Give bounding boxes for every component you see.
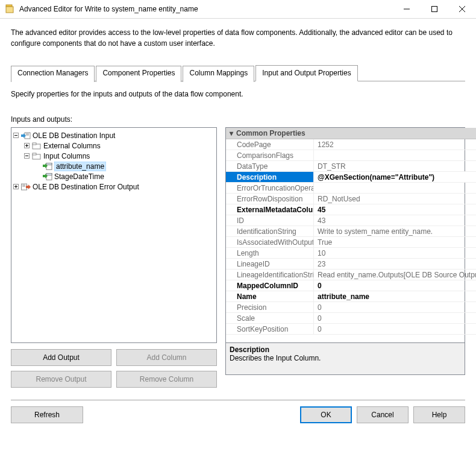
tab-connection-managers[interactable]: Connection Managers <box>11 66 95 82</box>
property-row[interactable]: MappedColumnID0 <box>226 280 476 291</box>
property-row[interactable]: ErrorRowDispositionRD_NotUsed <box>226 194 476 204</box>
expand-icon[interactable] <box>23 142 30 149</box>
column-icon <box>43 172 52 181</box>
tree-label: OLE DB Destination Input <box>33 131 115 140</box>
property-name: LineageIdentificationString <box>226 270 314 280</box>
property-value[interactable]: RD_NotUsed <box>314 194 476 204</box>
property-value[interactable]: 0 <box>314 302 476 312</box>
property-name: IsAssociatedWithOutputColumn <box>226 237 314 247</box>
property-name: Description <box>226 172 314 182</box>
property-value[interactable]: 1252 <box>314 139 476 150</box>
close-button[interactable] <box>448 0 476 18</box>
property-value[interactable]: 0 <box>314 313 476 323</box>
property-value[interactable]: True <box>314 237 476 247</box>
property-name: Name <box>226 291 314 301</box>
io-label: Inputs and outputs: <box>11 115 465 124</box>
property-row[interactable]: Length10 <box>226 248 476 259</box>
property-row[interactable]: SortKeyPosition0 <box>226 324 476 335</box>
property-name: SortKeyPosition <box>226 324 314 334</box>
tab-column-mappings[interactable]: Column Mappings <box>183 66 254 82</box>
property-value[interactable]: attribute_name <box>314 291 476 301</box>
tree-node-attribute-name[interactable]: attribute_name <box>34 161 215 171</box>
svg-rect-1 <box>6 7 13 13</box>
svg-rect-25 <box>46 173 52 175</box>
tree-node-stagedatetime[interactable]: StageDateTime <box>34 171 215 181</box>
property-value[interactable]: @XGenSection(name="Attribute") <box>314 172 476 182</box>
property-value[interactable]: DT_STR <box>314 161 476 171</box>
svg-rect-20 <box>33 153 36 155</box>
property-name: DataType <box>226 161 314 171</box>
property-value[interactable] <box>314 150 476 160</box>
property-value[interactable]: 0 <box>314 280 476 291</box>
collapse-icon[interactable]: ▾ <box>226 129 236 137</box>
property-value[interactable]: 45 <box>314 204 476 215</box>
property-row[interactable]: ComparisonFlags <box>226 150 476 161</box>
property-row[interactable]: Description@XGenSection(name="Attribute"… <box>226 172 476 183</box>
remove-column-button: Remove Column <box>116 371 217 388</box>
property-name: CodePage <box>226 139 314 150</box>
category-label: Common Properties <box>236 129 305 137</box>
remove-output-button: Remove Output <box>11 371 111 388</box>
svg-rect-22 <box>46 163 52 165</box>
property-row[interactable]: ErrorOrTruncationOperation <box>226 183 476 194</box>
property-name: IdentificationString <box>226 226 314 236</box>
io-tree[interactable]: OLE DB Destination Input External Column… <box>11 127 217 343</box>
property-row[interactable]: Precision0 <box>226 302 476 313</box>
tree-label: Input Columns <box>43 152 90 160</box>
add-column-button: Add Column <box>116 349 217 366</box>
property-grid[interactable]: ▾Common PropertiesCodePage1252Comparison… <box>225 127 465 343</box>
collapse-icon[interactable] <box>13 132 19 139</box>
property-name: ErrorOrTruncationOperation <box>226 183 314 193</box>
property-row[interactable]: CodePage1252 <box>226 139 476 150</box>
property-name: ID <box>226 215 314 226</box>
tree-node-external-columns[interactable]: External Columns <box>23 140 215 151</box>
ok-button[interactable]: OK <box>300 406 352 423</box>
property-row[interactable]: LineageIdentificationStringRead entity_n… <box>226 270 476 280</box>
property-row[interactable]: ID43 <box>226 215 476 226</box>
minimize-button[interactable] <box>393 0 421 18</box>
separator <box>11 400 465 400</box>
tree-label: External Columns <box>43 142 101 150</box>
property-row[interactable]: ExternalMetadataColumnID45 <box>226 204 476 215</box>
svg-rect-16 <box>33 143 36 145</box>
property-description-box: Description Describes the Input Column. <box>225 343 465 375</box>
property-value[interactable]: 23 <box>314 259 476 269</box>
expand-icon[interactable] <box>13 183 19 190</box>
help-button[interactable]: Help <box>413 406 465 423</box>
tree-node-input-columns[interactable]: Input Columns <box>23 151 215 161</box>
svg-rect-3 <box>432 7 437 12</box>
app-icon <box>5 4 14 14</box>
editor-description: The advanced editor provides access to t… <box>0 19 476 49</box>
property-row[interactable]: LineageID23 <box>226 259 476 270</box>
window-title: Advanced Editor for Write to system_name… <box>19 5 393 13</box>
property-name: MappedColumnID <box>226 280 314 291</box>
property-name: ErrorRowDisposition <box>226 194 314 204</box>
property-name: Length <box>226 248 314 258</box>
property-value[interactable]: 43 <box>314 215 476 226</box>
tree-label: OLE DB Destination Error Output <box>33 183 139 191</box>
tree-node-destination-input[interactable]: OLE DB Destination Input <box>13 130 215 140</box>
titlebar: Advanced Editor for Write to system_name… <box>0 0 476 19</box>
property-value[interactable]: 0 <box>314 324 476 334</box>
tree-label: StageDateTime <box>54 172 104 181</box>
refresh-button[interactable]: Refresh <box>11 406 83 423</box>
property-row[interactable]: Scale0 <box>226 313 476 324</box>
property-value[interactable]: 10 <box>314 248 476 258</box>
property-row[interactable]: IsAssociatedWithOutputColumnTrue <box>226 237 476 248</box>
maximize-button[interactable] <box>421 0 448 18</box>
property-row[interactable]: Nameattribute_name <box>226 291 476 302</box>
property-name: LineageID <box>226 259 314 269</box>
property-row[interactable]: IdentificationStringWrite to system_name… <box>226 226 476 237</box>
folder-icon <box>32 141 42 151</box>
property-row[interactable]: DataTypeDT_STR <box>226 161 476 172</box>
tab-component-properties[interactable]: Component Properties <box>96 66 181 82</box>
property-value[interactable]: Write to system_name entity_name. <box>314 226 476 236</box>
tab-input-output-properties[interactable]: Input and Output Properties <box>255 65 357 81</box>
cancel-button[interactable]: Cancel <box>357 406 409 423</box>
property-category[interactable]: ▾Common Properties <box>226 128 476 139</box>
add-output-button[interactable]: Add Output <box>11 349 111 366</box>
property-value[interactable] <box>314 183 476 193</box>
property-value[interactable]: Read entity_name.Outputs[OLE DB Source O… <box>314 270 476 280</box>
tree-node-error-output[interactable]: OLE DB Destination Error Output <box>13 181 215 192</box>
collapse-icon[interactable] <box>23 153 30 159</box>
